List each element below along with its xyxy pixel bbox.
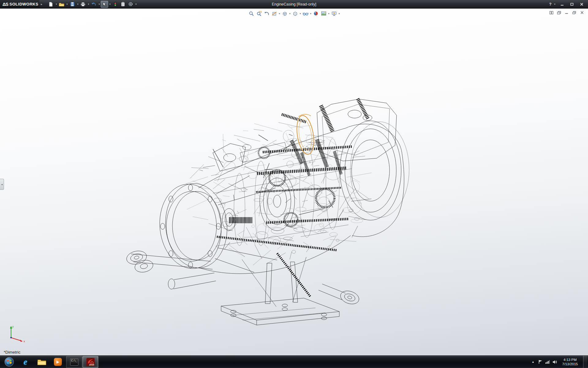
zoom-to-fit-button[interactable] <box>248 10 255 17</box>
clock-time: 4:13 PM <box>562 358 578 362</box>
windows-orb-icon <box>4 357 14 367</box>
start-button[interactable] <box>1 356 17 368</box>
help-button[interactable]: ? <box>549 2 552 6</box>
hide-show-items-button[interactable] <box>302 10 309 17</box>
taskbar-item-media-player[interactable]: ▶ <box>50 356 66 368</box>
action-center-icon[interactable] <box>538 360 542 364</box>
solidworks-logo: ΔS SOLIDWORKS <box>0 0 40 9</box>
heads-up-view-toolbar: ▾ ▾ ▾ ▾ ▾ ▾ <box>248 10 341 17</box>
taskbar-item-windows-explorer[interactable] <box>34 356 50 368</box>
solidworks-app-icon: 2015 <box>86 358 95 366</box>
show-hidden-icons-button[interactable]: ▲ <box>530 359 536 365</box>
view-orientation-dropdown-icon[interactable]: ▾ <box>289 12 291 15</box>
previous-view-button[interactable] <box>263 10 270 17</box>
taskbar-clock[interactable]: 4:13 PM 7/13/2015 <box>560 358 580 366</box>
media-player-icon: ▶ <box>54 358 62 366</box>
zoom-to-area-button[interactable] <box>255 10 263 17</box>
standard-toolbar: ▾ ▾ ▾ ▾ ▾ ▾ ▾ <box>47 1 137 8</box>
restore-document-button[interactable] <box>571 10 577 15</box>
minimize-document-button[interactable] <box>564 10 570 15</box>
taskbar-item-internet-explorer[interactable]: e <box>17 356 33 368</box>
help-dropdown-icon[interactable]: ▾ <box>553 3 556 6</box>
cascade-windows-button[interactable] <box>556 10 562 15</box>
internet-explorer-icon: e <box>24 358 27 366</box>
select-button[interactable] <box>101 1 108 8</box>
rebuild-button[interactable] <box>111 1 119 8</box>
minimize-app-button[interactable] <box>558 2 566 7</box>
open-button[interactable] <box>58 1 65 8</box>
document-window-controls <box>548 10 585 15</box>
show-desktop-button[interactable] <box>583 356 587 368</box>
windows-taskbar: e ▶ C:\_ 2015 ▲ <box>0 355 588 368</box>
section-view-dropdown-icon[interactable]: ▾ <box>278 12 281 15</box>
new-document-button[interactable] <box>47 1 55 8</box>
triad-x-label: x <box>24 340 25 343</box>
view-settings-button[interactable] <box>330 10 338 17</box>
open-dropdown-icon[interactable]: ▾ <box>66 3 68 6</box>
maximize-app-button[interactable] <box>568 2 576 7</box>
display-style-button[interactable] <box>292 10 299 17</box>
document-title: EngineCasing [Read-only] <box>272 2 316 6</box>
command-prompt-icon: C:\_ <box>70 358 78 366</box>
options-button[interactable] <box>127 1 134 8</box>
edit-appearance-button[interactable] <box>312 10 320 17</box>
close-document-button[interactable] <box>579 10 585 15</box>
options-dropdown-icon[interactable]: ▾ <box>134 3 137 6</box>
close-app-button[interactable] <box>578 2 586 7</box>
view-orientation-button[interactable] <box>281 10 288 17</box>
titlebar-right-controls: ? ▾ <box>549 2 588 7</box>
engine-casing-wireframe-model <box>0 9 588 355</box>
volume-icon[interactable] <box>552 360 557 364</box>
menu-expand-arrow-icon[interactable]: ▸ <box>41 2 42 6</box>
folder-icon <box>37 358 46 366</box>
print-button[interactable] <box>79 1 87 8</box>
new-document-dropdown-icon[interactable]: ▾ <box>55 3 58 6</box>
save-button[interactable] <box>69 1 76 8</box>
clock-date: 7/13/2015 <box>562 362 578 366</box>
graphics-viewport[interactable]: ▾ ▾ ▾ ▾ ▾ ▾ <box>0 9 588 355</box>
tile-windows-button[interactable] <box>548 10 554 15</box>
solidworks-logo-text: SOLIDWORKS <box>9 2 39 6</box>
file-properties-button[interactable] <box>119 1 126 8</box>
undo-button[interactable] <box>90 1 97 8</box>
title-bar: ΔS SOLIDWORKS ▸ ▾ ▾ ▾ ▾ ▾ ▾ ▾ Engin <box>0 0 588 9</box>
taskbar-item-solidworks[interactable]: 2015 <box>82 356 98 368</box>
network-icon[interactable] <box>545 360 550 364</box>
apply-scene-dropdown-icon[interactable]: ▾ <box>328 12 330 15</box>
select-dropdown-icon[interactable]: ▾ <box>108 3 111 6</box>
apply-scene-button[interactable] <box>320 10 327 17</box>
view-orientation-label: *Dimetric <box>4 350 21 355</box>
taskbar-item-command-prompt[interactable]: C:\_ <box>66 356 82 368</box>
triad-y-label: y <box>12 325 14 328</box>
undo-dropdown-icon[interactable]: ▾ <box>98 3 100 6</box>
hide-show-items-dropdown-icon[interactable]: ▾ <box>310 12 312 15</box>
view-settings-dropdown-icon[interactable]: ▾ <box>338 12 341 15</box>
solidworks-year-badge: 2015 <box>89 363 94 366</box>
system-tray: ▲ 4:13 PM 7/13/2015 <box>530 356 588 368</box>
save-dropdown-icon[interactable]: ▾ <box>76 3 79 6</box>
display-style-dropdown-icon[interactable]: ▾ <box>299 12 302 15</box>
section-view-button[interactable] <box>271 10 278 17</box>
reference-triad: y x <box>7 324 29 343</box>
task-pane-collapse-tab[interactable]: ◂ <box>0 179 4 190</box>
print-dropdown-icon[interactable]: ▾ <box>87 3 90 6</box>
solidworks-logo-mark-icon: ΔS <box>2 2 8 7</box>
